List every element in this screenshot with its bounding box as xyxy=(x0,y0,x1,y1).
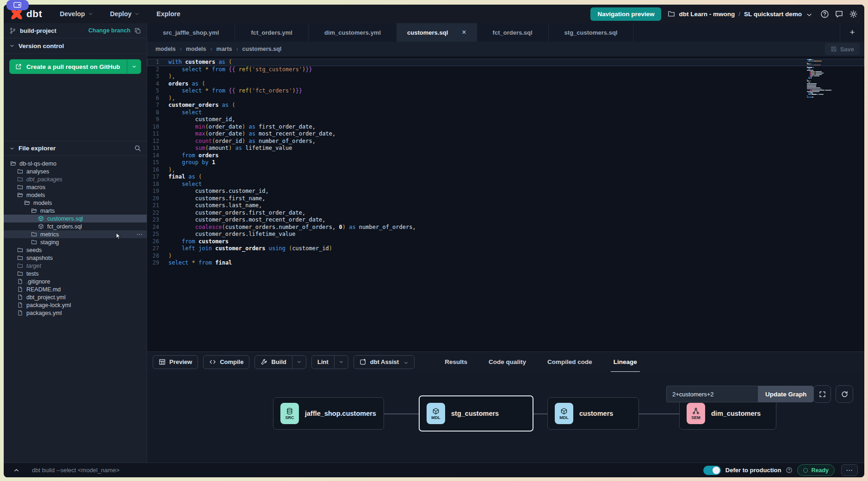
code-line-20[interactable]: 20 customers.first_name, xyxy=(147,195,864,203)
panel-tab-code-quality[interactable]: Code quality xyxy=(488,357,527,367)
breadcrumb-item[interactable]: models xyxy=(186,46,206,52)
code-line-4[interactable]: 4orders as ( xyxy=(147,80,864,88)
ready-status-badge[interactable]: Ready xyxy=(797,464,835,476)
compile-button[interactable]: Compile xyxy=(203,355,249,369)
fullscreen-button[interactable] xyxy=(813,385,831,403)
code-line-22[interactable]: 22 customer_orders.first_order_date, xyxy=(147,210,864,217)
question-circle-icon[interactable] xyxy=(786,467,793,474)
code-line-21[interactable]: 21 customers.last_name, xyxy=(147,202,864,210)
code-line-26[interactable]: 26 from customers xyxy=(147,238,864,246)
code-line-12[interactable]: 12 count(order_id) as number_of_orders, xyxy=(147,138,864,145)
pr-options-chevron[interactable] xyxy=(127,60,141,74)
menu-item-explore[interactable]: Explore xyxy=(156,10,180,18)
code-line-28[interactable]: 28) xyxy=(147,253,864,260)
lint-button[interactable]: Lint xyxy=(311,355,348,369)
tree-item-target[interactable]: target xyxy=(4,262,147,270)
copy-icon[interactable] xyxy=(134,27,141,34)
tree-item-dbt-project-yml[interactable]: dbt_project.yml xyxy=(4,293,147,301)
code-line-18[interactable]: 18 select xyxy=(147,181,864,188)
editor-tab-customers-sql[interactable]: customers.sql× xyxy=(397,23,477,42)
code-line-24[interactable]: 24 coalesce(customer_orders.number_of_or… xyxy=(147,224,864,231)
code-line-10[interactable]: 10 min(order_date) as first_order_date, xyxy=(147,123,864,131)
tree-item-tests[interactable]: tests xyxy=(4,270,147,278)
tree-item-metrics[interactable]: metrics⋯ xyxy=(4,230,147,238)
panel-tab-lineage[interactable]: Lineage xyxy=(613,357,638,367)
editor-tab-stg-customers-sql[interactable]: stg_customers.sql xyxy=(549,23,634,42)
row-menu-ellipsis-icon[interactable]: ⋯ xyxy=(136,231,143,238)
tree-item-staging[interactable]: staging xyxy=(4,238,147,246)
code-line-29[interactable]: 29select * from final xyxy=(147,259,864,267)
version-control-header[interactable]: Version control xyxy=(4,38,147,54)
gear-icon[interactable] xyxy=(849,10,858,18)
tree-item-customers-sql[interactable]: customers.sql xyxy=(4,215,147,222)
code-line-3[interactable]: 3), xyxy=(147,73,864,80)
editor-tab-dim-customers-yml[interactable]: dim_customers.yml xyxy=(309,23,397,42)
navigation-preview-button[interactable]: Navigation preview xyxy=(590,7,661,21)
change-branch-link[interactable]: Change branch xyxy=(88,27,130,34)
file-explorer-header[interactable]: File explorer xyxy=(4,141,147,156)
tree-item-snapshots[interactable]: snapshots xyxy=(4,254,147,262)
feedback-icon[interactable] xyxy=(835,10,843,18)
code-line-9[interactable]: 9 customer_id, xyxy=(147,116,864,123)
editor-tab-src-jaffle-shop-yml[interactable]: src_jaffle_shop.yml xyxy=(147,23,235,42)
code-line-13[interactable]: 13 sum(amount) as lifetime_value xyxy=(147,145,864,152)
menu-item-deploy[interactable]: Deploy xyxy=(110,10,140,18)
tree-item-package-lock-yml[interactable]: package-lock.yml xyxy=(4,301,147,309)
code-line-1[interactable]: 1with customers as ( xyxy=(147,59,864,66)
code-line-27[interactable]: 27 left join customer_orders using (cust… xyxy=(147,245,864,253)
chevron-down-icon[interactable] xyxy=(806,11,811,17)
build-button[interactable]: Build xyxy=(254,355,306,369)
tree-item-analyses[interactable]: analyses xyxy=(4,167,147,175)
dropdown-chevron[interactable] xyxy=(334,356,348,369)
tree-item-models[interactable]: models xyxy=(4,199,147,207)
code-line-11[interactable]: 11 max(order_date) as most_recent_order_… xyxy=(147,130,864,138)
code-line-16[interactable]: 16), xyxy=(147,166,864,174)
code-editor[interactable]: 1with customers as (2 select * from {{ r… xyxy=(147,56,864,352)
project-name[interactable]: SL quickstart demo xyxy=(744,11,802,18)
search-icon[interactable] xyxy=(134,145,141,152)
defer-toggle[interactable] xyxy=(703,466,721,475)
code-line-25[interactable]: 25 customer_orders.lifetime_value xyxy=(147,231,864,238)
lineage-node-stg-customers[interactable]: MDLstg_customers xyxy=(419,395,533,432)
dropdown-chevron[interactable] xyxy=(292,356,306,369)
close-icon[interactable]: × xyxy=(462,28,466,37)
code-line-23[interactable]: 23 customer_orders.most_recent_order_dat… xyxy=(147,216,864,224)
code-line-19[interactable]: 19 customers.customer_id, xyxy=(147,188,864,195)
menu-item-develop[interactable]: Develop xyxy=(60,10,93,18)
code-line-6[interactable]: 6), xyxy=(147,95,864,102)
tree-item-db-sl-qs-demo[interactable]: db-sl-qs-demo xyxy=(4,160,147,167)
panel-tab-results[interactable]: Results xyxy=(444,357,468,367)
create-pr-button[interactable]: Create a pull request on GitHub xyxy=(9,59,141,74)
chevron-up-icon[interactable] xyxy=(13,467,20,474)
help-icon[interactable] xyxy=(820,10,829,18)
more-options-button[interactable]: ⋯ xyxy=(841,464,858,476)
tree-item-marts[interactable]: marts xyxy=(4,207,147,215)
tree-item-models[interactable]: models xyxy=(4,191,147,199)
code-line-2[interactable]: 2 select * from {{ ref('stg_customers')}… xyxy=(147,66,864,74)
command-input[interactable]: dbt build --select <model_name> xyxy=(32,467,119,474)
code-line-5[interactable]: 5 select * from {{ ref('fct_orders')}} xyxy=(147,87,864,95)
code-line-8[interactable]: 8 select xyxy=(147,109,864,117)
lineage-node-jaffle-shop-customers[interactable]: SRCjaffle_shop.customers xyxy=(273,397,384,430)
save-button[interactable]: Save xyxy=(825,43,860,55)
panel-tab-compiled-code[interactable]: Compiled code xyxy=(546,357,593,367)
code-line-15[interactable]: 15 group by 1 xyxy=(147,159,864,166)
tree-item-fct-orders-sql[interactable]: fct_orders.sql xyxy=(4,222,147,230)
new-tab-button[interactable]: + xyxy=(840,23,864,42)
account-name[interactable]: dbt Learn - mwong xyxy=(679,11,735,18)
code-line-17[interactable]: 17final as ( xyxy=(147,173,864,181)
tree-item-macros[interactable]: macros xyxy=(4,183,147,191)
lineage-search-input[interactable] xyxy=(666,386,758,402)
code-line-7[interactable]: 7customer_orders as ( xyxy=(147,102,864,109)
editor-tab-fct-orders-yml[interactable]: fct_orders.yml xyxy=(235,23,309,42)
preview-button[interactable]: Preview xyxy=(153,355,198,369)
tree-item--gitignore[interactable]: .gitignore xyxy=(4,278,147,285)
tree-item-readme-md[interactable]: README.md xyxy=(4,285,147,293)
refresh-button[interactable] xyxy=(836,385,853,403)
code-line-14[interactable]: 14 from orders xyxy=(147,152,864,160)
dbt-assist-button[interactable]: dbt Assist xyxy=(353,355,415,369)
breadcrumb-item[interactable]: customers.sql xyxy=(242,46,282,52)
editor-tab-fct-orders-sql[interactable]: fct_orders.sql xyxy=(477,23,549,42)
breadcrumb-item[interactable]: models xyxy=(155,46,176,52)
minimap[interactable] xyxy=(807,59,833,98)
